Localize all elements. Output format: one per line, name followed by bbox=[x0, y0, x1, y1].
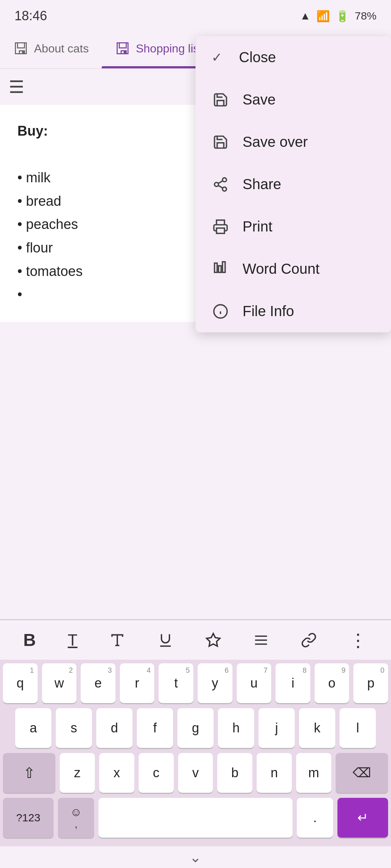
menu-item-file-info[interactable]: File Info bbox=[196, 290, 391, 332]
menu-close-label: Close bbox=[239, 49, 276, 65]
menu-item-word-count[interactable]: Word Count bbox=[196, 248, 391, 290]
svg-point-0 bbox=[223, 178, 227, 182]
menu-item-print[interactable]: Print bbox=[196, 205, 391, 248]
key-enter[interactable]: ↵ bbox=[337, 798, 388, 838]
key-period[interactable]: . bbox=[297, 798, 333, 838]
key-emoji[interactable]: ☺, bbox=[58, 798, 94, 838]
menu-word-count-label: Word Count bbox=[243, 261, 320, 277]
bottom-area: B T ⋮ bbox=[0, 619, 391, 868]
tab-shopping-list-icon: 🖫 bbox=[115, 40, 131, 58]
keyboard-row-3: ⇧ z x c v b n m ⌫ bbox=[3, 753, 388, 793]
print-icon bbox=[211, 219, 230, 235]
check-icon: ✓ bbox=[211, 50, 226, 65]
key-u[interactable]: 7u bbox=[237, 663, 272, 703]
key-t[interactable]: 5t bbox=[159, 663, 193, 703]
wifi-icon: ▲ bbox=[300, 10, 311, 22]
menu-save-over-label: Save over bbox=[243, 134, 308, 150]
status-time: 18:46 bbox=[14, 8, 47, 24]
link-button[interactable] bbox=[296, 629, 322, 652]
tab-about-cats[interactable]: 🖫 About cats bbox=[0, 29, 102, 68]
share-icon bbox=[211, 176, 230, 192]
format-toolbar: B T ⋮ bbox=[0, 620, 391, 660]
keyboard: 1q 2w 3e 4r 5t 6y 7u 8i 9o 0p a s d f g … bbox=[0, 660, 391, 846]
key-c[interactable]: c bbox=[139, 753, 174, 793]
svg-rect-5 bbox=[216, 228, 224, 233]
align-button[interactable] bbox=[248, 629, 274, 652]
status-icons: ▲ 📶 🔋 78% bbox=[300, 10, 377, 22]
highlight-button[interactable] bbox=[200, 629, 226, 652]
key-numbers[interactable]: ?123 bbox=[3, 798, 54, 838]
more-options-button[interactable]: ⋮ bbox=[344, 626, 373, 654]
svg-line-4 bbox=[218, 180, 223, 183]
key-x[interactable]: x bbox=[99, 753, 134, 793]
key-v[interactable]: v bbox=[178, 753, 213, 793]
key-q[interactable]: 1q bbox=[3, 663, 38, 703]
key-y[interactable]: 6y bbox=[198, 663, 232, 703]
tab-about-cats-label: About cats bbox=[34, 42, 89, 55]
key-o[interactable]: 9o bbox=[315, 663, 349, 703]
key-w[interactable]: 2w bbox=[42, 663, 77, 703]
key-h[interactable]: h bbox=[218, 708, 254, 748]
word-count-icon bbox=[211, 261, 230, 277]
signal-icon: 📶 bbox=[316, 10, 330, 22]
battery-percent: 78% bbox=[355, 10, 377, 22]
tab-about-cats-icon: 🖫 bbox=[13, 40, 29, 58]
menu-item-save-over[interactable]: Save over bbox=[196, 121, 391, 163]
svg-marker-15 bbox=[207, 633, 220, 646]
key-shift[interactable]: ⇧ bbox=[3, 753, 55, 793]
italic-button[interactable]: T bbox=[63, 627, 83, 653]
keyboard-row-1: 1q 2w 3e 4r 5t 6y 7u 8i 9o 0p bbox=[3, 663, 388, 703]
key-backspace[interactable]: ⌫ bbox=[336, 753, 388, 793]
battery-icon: 🔋 bbox=[336, 10, 349, 22]
key-space[interactable] bbox=[98, 798, 293, 838]
file-info-icon bbox=[211, 303, 230, 319]
svg-point-2 bbox=[223, 187, 227, 191]
svg-point-1 bbox=[215, 182, 219, 186]
hamburger-icon[interactable]: ☰ bbox=[9, 77, 24, 97]
nav-handle: ⌄ bbox=[0, 846, 391, 868]
save-over-icon bbox=[211, 134, 230, 150]
key-d[interactable]: d bbox=[96, 708, 133, 748]
menu-file-info-label: File Info bbox=[243, 303, 294, 319]
key-n[interactable]: n bbox=[257, 753, 292, 793]
key-m[interactable]: m bbox=[296, 753, 331, 793]
tab-shopping-list-label: Shopping list bbox=[136, 42, 202, 55]
keyboard-row-4: ?123 ☺, . ↵ bbox=[3, 798, 388, 838]
underline-button[interactable] bbox=[152, 629, 178, 652]
keyboard-row-2: a s d f g h j k l bbox=[3, 708, 388, 748]
chevron-down-icon[interactable]: ⌄ bbox=[189, 849, 202, 865]
key-f[interactable]: f bbox=[137, 708, 173, 748]
dropdown-menu: ✓ Close Save Save over Share bbox=[196, 36, 391, 332]
svg-rect-6 bbox=[215, 263, 217, 272]
menu-save-label: Save bbox=[243, 92, 276, 108]
save-icon bbox=[211, 92, 230, 108]
key-s[interactable]: s bbox=[56, 708, 92, 748]
key-i[interactable]: 8i bbox=[276, 663, 310, 703]
menu-item-save[interactable]: Save bbox=[196, 78, 391, 121]
bold-button[interactable]: B bbox=[18, 626, 41, 654]
font-color-button[interactable] bbox=[104, 629, 130, 652]
svg-rect-7 bbox=[219, 265, 221, 272]
key-l[interactable]: l bbox=[340, 708, 376, 748]
key-r[interactable]: 4r bbox=[120, 663, 155, 703]
key-a[interactable]: a bbox=[15, 708, 51, 748]
key-b[interactable]: b bbox=[217, 753, 252, 793]
svg-line-3 bbox=[218, 185, 223, 188]
menu-item-close[interactable]: ✓ Close bbox=[196, 36, 391, 78]
key-p[interactable]: 0p bbox=[353, 663, 388, 703]
key-k[interactable]: k bbox=[299, 708, 335, 748]
menu-item-share[interactable]: Share bbox=[196, 163, 391, 205]
status-bar: 18:46 ▲ 📶 🔋 78% bbox=[0, 0, 391, 29]
svg-rect-8 bbox=[223, 261, 225, 272]
key-z[interactable]: z bbox=[60, 753, 95, 793]
key-j[interactable]: j bbox=[258, 708, 295, 748]
menu-share-label: Share bbox=[243, 176, 281, 192]
menu-print-label: Print bbox=[243, 218, 272, 235]
key-g[interactable]: g bbox=[177, 708, 214, 748]
key-e[interactable]: 3e bbox=[81, 663, 115, 703]
